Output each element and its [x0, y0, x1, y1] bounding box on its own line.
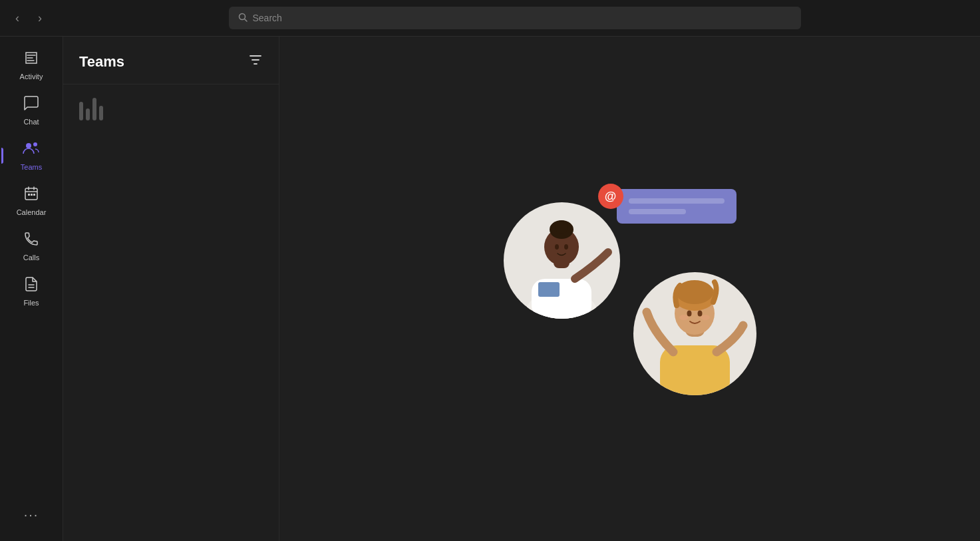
sidebar-item-calendar[interactable]: Calendar: [1, 179, 61, 223]
search-bar: [229, 7, 801, 29]
main-content: Activity Chat Teams: [0, 37, 980, 541]
sidebar-item-files[interactable]: Files: [1, 270, 61, 313]
search-input[interactable]: [253, 13, 792, 23]
teams-panel-content: [63, 85, 279, 541]
svg-point-3: [33, 142, 37, 146]
sidebar-item-teams[interactable]: Teams: [1, 134, 61, 178]
teams-panel: Teams: [63, 37, 279, 541]
svg-rect-9: [31, 194, 33, 196]
sidebar: Activity Chat Teams: [0, 37, 63, 541]
svg-point-20: [564, 244, 568, 250]
person2-circle: [633, 272, 756, 395]
chat-icon: [23, 95, 39, 115]
svg-point-27: [687, 311, 691, 317]
sidebar-item-activity[interactable]: Activity: [1, 43, 61, 87]
search-icon: [238, 13, 247, 24]
illustration: @: [504, 182, 756, 395]
activity-icon: [23, 50, 39, 70]
message-line-1: [629, 198, 725, 204]
calendar-label: Calendar: [17, 208, 47, 216]
activity-label: Activity: [20, 73, 43, 81]
calls-icon: [23, 231, 39, 251]
teams-label: Teams: [21, 163, 42, 171]
svg-rect-10: [33, 194, 35, 196]
files-icon: [23, 276, 39, 296]
at-mention-badge: @: [598, 184, 623, 209]
nav-back-button[interactable]: ‹: [8, 9, 27, 27]
calls-label: Calls: [23, 254, 39, 262]
nav-arrows: ‹ ›: [8, 9, 49, 27]
more-button[interactable]: ···: [19, 502, 45, 528]
teams-panel-title: Teams: [79, 53, 124, 71]
loading-bars: [63, 85, 279, 134]
filter-button[interactable]: [245, 50, 265, 73]
svg-point-18: [555, 220, 568, 234]
calendar-icon: [23, 186, 39, 206]
message-bubble: [617, 189, 736, 224]
message-line-2: [629, 209, 686, 214]
files-label: Files: [23, 299, 39, 307]
top-bar: ‹ ›: [0, 0, 980, 37]
chat-label: Chat: [23, 118, 39, 126]
main-area: @: [279, 37, 980, 541]
svg-point-30: [701, 315, 710, 320]
person1-circle: [504, 202, 620, 319]
sidebar-item-calls[interactable]: Calls: [1, 224, 61, 268]
svg-rect-21: [538, 282, 560, 297]
teams-panel-header: Teams: [63, 37, 279, 85]
sidebar-item-chat[interactable]: Chat: [1, 89, 61, 132]
teams-icon: [23, 140, 40, 160]
svg-point-2: [26, 143, 31, 148]
nav-forward-button[interactable]: ›: [31, 9, 49, 27]
person1-svg: [508, 212, 615, 319]
svg-point-28: [697, 311, 702, 317]
person2-svg: [633, 272, 756, 395]
svg-rect-8: [28, 194, 30, 196]
svg-line-1: [244, 19, 247, 21]
svg-point-19: [555, 244, 559, 250]
svg-point-29: [679, 315, 689, 320]
